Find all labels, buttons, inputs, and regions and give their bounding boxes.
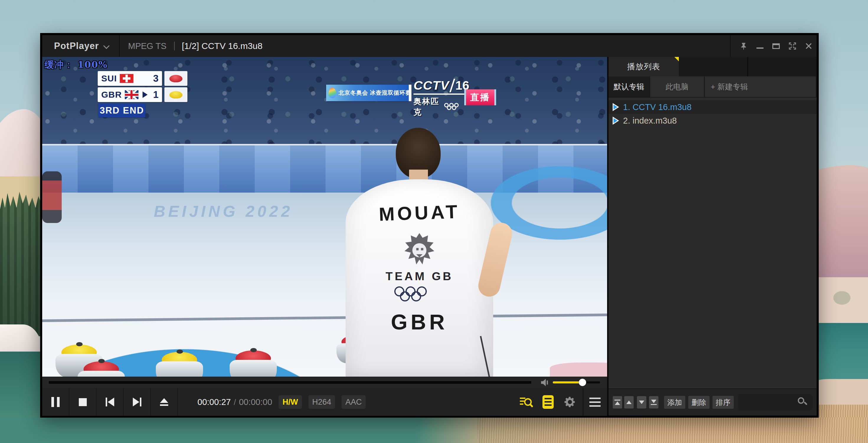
team-code: SUI — [101, 73, 117, 83]
playlist-search-box[interactable] — [738, 394, 812, 411]
playlist-toggle-button[interactable] — [537, 388, 559, 416]
channel-name: CCTV — [413, 78, 449, 93]
titlebar-divider — [119, 35, 120, 57]
buffering-osd: 缓冲： 100% — [44, 59, 108, 71]
move-down-button[interactable] — [637, 396, 646, 408]
stream-format-label: MPEG TS — [128, 41, 166, 51]
channel-brand: 奥林匹克 — [413, 96, 441, 117]
time-total: 00:00:00 — [239, 397, 272, 407]
channel-logo: CCTV 16 奥林匹克 — [413, 78, 467, 117]
playlist-item[interactable]: 2. index.m3u8 — [609, 114, 817, 128]
move-top-icon — [615, 400, 620, 401]
previous-button[interactable] — [96, 388, 124, 416]
minimize-button[interactable] — [752, 35, 768, 57]
speaker-icon[interactable] — [540, 378, 551, 387]
app-menu-button[interactable]: PotPlayer — [54, 41, 99, 51]
scoreboard-row-gbr: GBR 1 — [98, 87, 187, 102]
delete-button[interactable]: 删除 — [688, 396, 710, 409]
great-britain-flag-icon — [125, 90, 138, 99]
move-up-icon — [626, 401, 631, 404]
titlebar[interactable]: PotPlayer MPEG TS [1/2] CCTV 16.m3u8 — [42, 35, 817, 57]
playlist-panel: 播放列表 默认专辑 此电脑 + 新建专辑 1. CCTV 16.m3u8 2. — [609, 57, 817, 416]
playlist-item[interactable]: 1. CCTV 16.m3u8 — [609, 100, 817, 114]
stop-button[interactable] — [69, 388, 96, 416]
next-button[interactable] — [124, 388, 151, 416]
background-figure — [550, 363, 607, 377]
video-codec-badge[interactable]: H264 — [308, 395, 335, 409]
hammer-arrow-icon — [143, 92, 148, 98]
add-button[interactable]: 添加 — [664, 396, 685, 409]
tab-playlist[interactable]: 播放列表 — [609, 57, 679, 76]
scoreboard: SUI 3 GBR 1 — [98, 71, 187, 117]
pause-icon — [51, 397, 60, 407]
window-title: [1/2] CCTV 16.m3u8 — [182, 41, 262, 51]
live-badge: 直播 — [464, 89, 496, 105]
team-code: GBR — [101, 90, 122, 100]
move-bottom-icon — [651, 400, 656, 403]
pin-button[interactable] — [736, 35, 752, 57]
switzerland-flag-icon — [120, 74, 133, 83]
time-separator: / — [234, 398, 236, 407]
main-menu-button[interactable] — [585, 388, 607, 416]
shirt-team-print: TEAM GB — [346, 270, 493, 283]
playlist-items: 1. CCTV 16.m3u8 2. index.m3u8 — [609, 98, 817, 388]
seek-row — [42, 377, 607, 388]
move-bottom-button[interactable] — [649, 396, 658, 408]
audio-codec-badge[interactable]: AAC — [341, 395, 366, 409]
tab-default-album[interactable]: 默认专辑 — [609, 76, 650, 97]
chevron-down-icon[interactable] — [103, 43, 109, 49]
team-gb-lion-crest — [403, 232, 436, 268]
volume-fill — [553, 381, 582, 383]
official-figure — [42, 171, 62, 223]
red-stone-icon — [169, 75, 182, 82]
team-score: 1 — [153, 89, 158, 100]
settings-button[interactable] — [559, 388, 581, 416]
event-banner-text: 北京冬奥会 冰壶混双循环赛 — [339, 89, 411, 97]
play-triangle-icon — [612, 103, 619, 111]
control-divider — [583, 388, 584, 416]
close-button[interactable] — [800, 35, 817, 57]
pin-icon — [740, 42, 748, 50]
titlebar-separator — [174, 42, 175, 50]
curling-stone-red — [78, 361, 125, 377]
tab-new-album[interactable]: + 新建专辑 — [705, 76, 817, 97]
scoreboard-row-sui: SUI 3 — [98, 71, 187, 86]
video-frame[interactable]: BEIJING 2022 — [42, 57, 607, 377]
maximize-button[interactable] — [768, 35, 784, 57]
move-down-icon — [639, 401, 644, 404]
volume-knob[interactable] — [579, 379, 586, 386]
playlist-search-input[interactable] — [738, 398, 797, 407]
hw-decoder-badge[interactable]: H/W — [279, 395, 302, 409]
sort-button[interactable]: 排序 — [712, 396, 734, 409]
stop-icon — [79, 398, 87, 406]
time-current: 00:00:27 — [197, 397, 231, 407]
event-banner: 北京冬奥会 冰壶混双循环赛 — [326, 84, 409, 101]
yellow-stone-icon — [169, 91, 182, 99]
fullscreen-button[interactable] — [784, 35, 800, 57]
eject-icon — [160, 398, 168, 406]
playlist-toolbar: 添加 删除 排序 — [609, 388, 817, 416]
move-up-button[interactable] — [624, 396, 634, 408]
live-badge-edge — [494, 89, 496, 105]
team-score: 3 — [153, 73, 158, 84]
open-browse-button[interactable] — [515, 388, 537, 416]
menu-icon — [589, 398, 600, 407]
search-icon[interactable] — [797, 397, 808, 408]
next-icon — [133, 398, 142, 406]
games-emblem-icon — [329, 88, 336, 98]
curling-stone-red — [229, 350, 277, 377]
pause-button[interactable] — [42, 388, 69, 416]
playlist-header: 播放列表 — [609, 57, 817, 76]
volume-slider[interactable] — [553, 381, 600, 383]
tab-this-pc[interactable]: 此电脑 — [650, 76, 705, 97]
rink-watermark: BEIJING 2022 — [154, 202, 293, 220]
playlist-item-label: 1. CCTV 16.m3u8 — [623, 102, 691, 112]
playlist-item-label: 2. index.m3u8 — [623, 116, 677, 126]
seek-bar[interactable] — [49, 381, 531, 384]
olympic-rings-print — [394, 286, 444, 304]
desktop: PotPlayer MPEG TS [1/2] CCTV 16.m3u8 — [0, 0, 868, 443]
maximize-icon — [772, 43, 780, 49]
eject-button[interactable] — [151, 388, 178, 416]
move-top-button[interactable] — [613, 396, 622, 408]
settings-gear-icon — [563, 396, 577, 408]
